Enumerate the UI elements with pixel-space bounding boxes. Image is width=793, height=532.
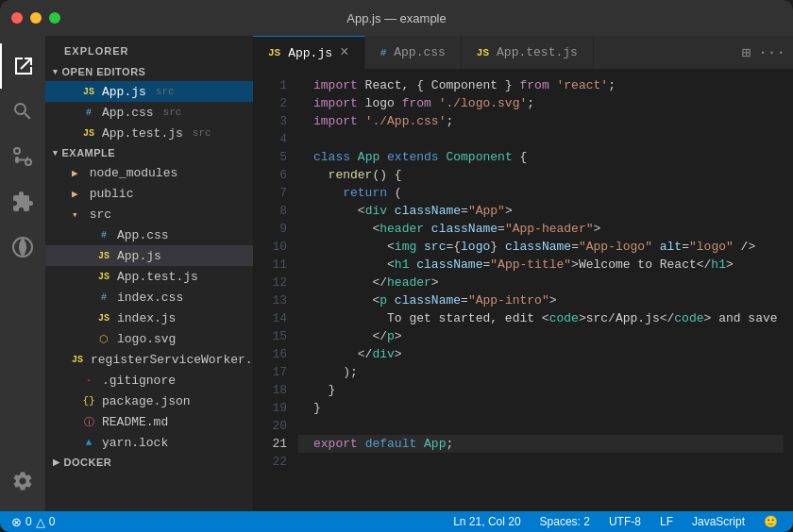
open-editor-appcss-label: App.css xyxy=(102,106,154,120)
tab-appjs[interactable]: JS App.js × xyxy=(253,36,365,69)
line-num-8: 8 xyxy=(253,202,287,220)
js-test-file-icon: JS xyxy=(96,269,111,284)
code-line-18: } xyxy=(298,381,784,399)
line-num-16: 16 xyxy=(253,345,287,363)
line-num-17: 17 xyxy=(253,363,287,381)
tab-apptestjs-label: App.test.js xyxy=(497,45,578,59)
extensions-activity-icon[interactable] xyxy=(0,179,45,224)
file-appcss[interactable]: # App.css xyxy=(45,224,253,245)
file-apptestjs[interactable]: JS App.test.js xyxy=(45,266,253,287)
status-line-ending[interactable]: LF xyxy=(656,511,677,532)
open-editors-section[interactable]: ▾ OPEN EDITORS xyxy=(45,62,253,81)
status-language[interactable]: JavaScript xyxy=(688,511,749,532)
tab-appjs-close[interactable]: × xyxy=(340,45,349,60)
sidebar-header: EXPLORER xyxy=(45,36,253,62)
scrollbar-track[interactable] xyxy=(784,69,793,511)
smiley-icon: 🙂 xyxy=(764,515,778,528)
folder-src-label: src xyxy=(90,208,111,222)
status-position-text: Ln 21, Col 20 xyxy=(453,515,520,528)
line-num-4: 4 xyxy=(253,130,287,148)
explorer-activity-icon[interactable] xyxy=(0,43,45,89)
settings-activity-icon[interactable] xyxy=(0,458,45,504)
line-num-19: 19 xyxy=(253,399,287,417)
file-readme[interactable]: ⓘ README.md xyxy=(45,411,253,432)
file-packagejson[interactable]: {} package.json xyxy=(45,391,253,411)
more-actions-icon[interactable]: ··· xyxy=(758,44,785,61)
source-control-activity-icon[interactable] xyxy=(0,134,45,179)
open-editor-appjs-suffix: src xyxy=(156,86,175,97)
tab-appcss-label: App.css xyxy=(394,45,446,59)
code-line-3: import './App.css'; xyxy=(298,112,784,130)
code-line-1: import React, { Component } from 'react'… xyxy=(298,76,784,94)
code-line-7: return ( xyxy=(298,184,784,202)
code-line-16: </div> xyxy=(298,345,784,363)
status-line-ending-text: LF xyxy=(660,515,673,528)
line-num-22: 22 xyxy=(253,453,287,471)
file-gitignore[interactable]: · .gitignore xyxy=(45,370,253,391)
line-num-13: 13 xyxy=(253,291,287,309)
line-num-10: 10 xyxy=(253,238,287,256)
status-bar: ⊗ 0 △ 0 Ln 21, Col 20 Spaces: 2 UTF-8 LF… xyxy=(0,511,793,532)
file-registerserviceworker[interactable]: JS registerServiceWorker.js xyxy=(45,349,253,370)
remote-activity-icon[interactable] xyxy=(0,224,45,270)
tab-appcss[interactable]: # App.css xyxy=(365,36,462,69)
file-yarnlock[interactable]: ▲ yarn.lock xyxy=(45,432,253,453)
status-errors[interactable]: ⊗ 0 △ 0 xyxy=(8,511,59,532)
search-activity-icon[interactable] xyxy=(0,89,45,134)
file-readme-label: README.md xyxy=(102,415,168,429)
code-line-8: <div className="App"> xyxy=(298,202,784,220)
file-indexjs-label: index.js xyxy=(117,311,176,325)
line-num-1: 1 xyxy=(253,76,287,94)
split-editor-icon[interactable]: ⊞ xyxy=(742,43,751,62)
line-num-3: 3 xyxy=(253,112,287,130)
open-editor-apptestjs[interactable]: JS App.test.js src xyxy=(45,123,253,143)
file-indexcss[interactable]: # index.css xyxy=(45,287,253,308)
folder-node-modules-label: node_modules xyxy=(90,166,178,180)
file-logosvg[interactable]: ⬡ logo.svg xyxy=(45,328,253,349)
line-num-7: 7 xyxy=(253,184,287,202)
code-line-10: <img src={logo} className="App-logo" alt… xyxy=(298,238,784,256)
code-line-6: render() { xyxy=(298,166,784,184)
folder-src[interactable]: ▾ src xyxy=(45,204,253,224)
code-line-19: } xyxy=(298,399,784,417)
css-icon: # xyxy=(81,105,96,120)
open-editor-appjs-label: App.js xyxy=(102,85,146,99)
docker-arrow: ▶ xyxy=(53,457,60,467)
status-spaces[interactable]: Spaces: 2 xyxy=(536,511,594,532)
status-position[interactable]: Ln 21, Col 20 xyxy=(449,511,524,532)
folder-public[interactable]: ▶ public xyxy=(45,183,253,204)
line-num-14: 14 xyxy=(253,309,287,327)
file-appjs[interactable]: JS App.js xyxy=(45,245,253,266)
js-sw-icon: JS xyxy=(70,352,85,367)
status-smiley[interactable]: 🙂 xyxy=(760,511,782,532)
line-num-11: 11 xyxy=(253,256,287,274)
status-spaces-text: Spaces: 2 xyxy=(540,515,590,528)
code-line-4 xyxy=(298,130,784,148)
open-editor-appjs[interactable]: JS App.js src xyxy=(45,81,253,102)
example-section[interactable]: ▾ EXAMPLE xyxy=(45,143,253,162)
code-area[interactable]: import React, { Component } from 'react'… xyxy=(298,69,784,511)
folder-node-modules[interactable]: ▶ node_modules xyxy=(45,162,253,183)
tab-appjs-label: App.js xyxy=(288,46,332,60)
traffic-lights xyxy=(11,12,60,24)
minimize-button[interactable] xyxy=(30,12,42,24)
open-editor-appcss[interactable]: # App.css src xyxy=(45,102,253,123)
status-right: Ln 21, Col 20 Spaces: 2 UTF-8 LF JavaScr… xyxy=(449,511,793,532)
tab-appcss-icon: # xyxy=(380,47,387,58)
tab-appjs-icon: JS xyxy=(268,47,280,58)
maximize-button[interactable] xyxy=(49,12,60,24)
error-count: 0 xyxy=(25,515,32,528)
line-num-12: 12 xyxy=(253,274,287,291)
tab-apptestjs[interactable]: JS App.test.js xyxy=(462,36,594,69)
window-title: App.js — example xyxy=(346,11,447,25)
docker-label: DOCKER xyxy=(64,457,112,468)
tab-bar: JS App.js × # App.css JS App.test.js ⊞ ·… xyxy=(253,36,793,69)
file-gitignore-label: .gitignore xyxy=(102,374,176,388)
close-button[interactable] xyxy=(11,12,23,24)
file-yarnlock-label: yarn.lock xyxy=(102,436,168,450)
line-num-15: 15 xyxy=(253,327,287,345)
git-icon: · xyxy=(81,373,96,388)
docker-section[interactable]: ▶ DOCKER xyxy=(45,453,253,472)
status-encoding[interactable]: UTF-8 xyxy=(605,511,645,532)
file-indexjs[interactable]: JS index.js xyxy=(45,308,253,328)
